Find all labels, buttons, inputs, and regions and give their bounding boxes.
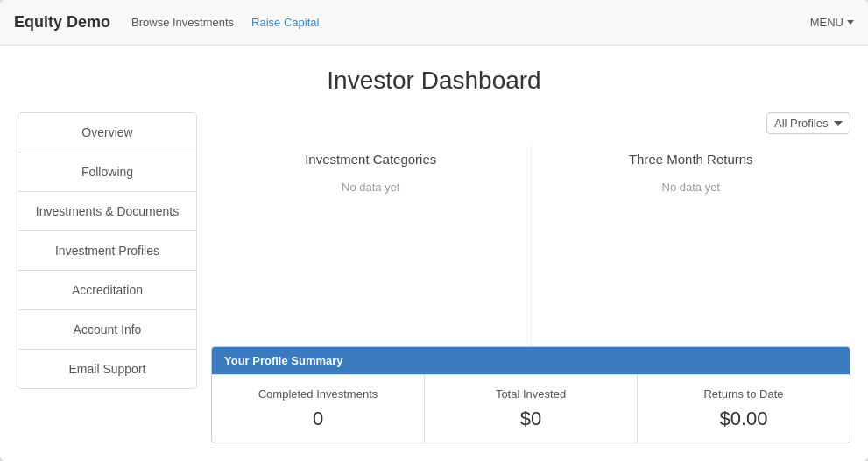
sidebar: Overview Following Investments & Documen… [18,112,197,389]
profile-summary-header: Your Profile Summary [212,347,850,374]
panel-top-bar: All Profiles [211,112,850,134]
menu-label: MENU [810,16,843,29]
sidebar-item-account-info[interactable]: Account Info [18,310,196,350]
three-month-returns-no-data: No data yet [662,181,721,194]
menu-caret-icon [847,20,854,25]
app-container: Equity Demo Browse Investments Raise Cap… [0,0,868,461]
summary-col-total-invested: Total Invested $0 [425,375,638,443]
browse-investments-link[interactable]: Browse Investments [131,16,234,29]
sidebar-item-investments-documents[interactable]: Investments & Documents [18,192,196,231]
profile-select[interactable]: All Profiles [766,112,850,134]
sidebar-item-accreditation[interactable]: Accreditation [18,271,196,310]
three-month-returns-section: Three Month Returns No data yet [531,143,851,346]
navbar: Equity Demo Browse Investments Raise Cap… [0,0,868,46]
dashboard-body: Overview Following Investments & Documen… [18,112,850,443]
completed-investments-label: Completed Investments [258,387,378,401]
returns-to-date-label: Returns to Date [703,387,783,401]
page-title: Investor Dashboard [18,46,850,112]
total-invested-value: $0 [520,408,541,430]
total-invested-label: Total Invested [496,387,566,401]
raise-capital-link[interactable]: Raise Capital [251,16,319,29]
returns-to-date-value: $0.00 [719,408,767,430]
investment-categories-section: Investment Categories No data yet [211,143,531,346]
sidebar-item-email-support[interactable]: Email Support [18,350,196,388]
sidebar-item-investment-profiles[interactable]: Investment Profiles [18,231,196,271]
profile-summary-cols: Completed Investments 0 Total Invested $… [212,374,850,443]
navbar-links: Browse Investments Raise Capital [131,16,810,29]
brand-logo: Equity Demo [14,13,110,32]
main-panel: All Profiles Investment Categories No da… [197,112,850,443]
summary-col-completed-investments: Completed Investments 0 [212,375,425,443]
investment-categories-title: Investment Categories [305,152,436,167]
summary-col-returns-to-date: Returns to Date $0.00 [638,375,850,443]
sidebar-item-overview[interactable]: Overview [18,113,196,152]
profile-summary: Your Profile Summary Completed Investmen… [211,346,850,443]
menu-button[interactable]: MENU [810,16,854,29]
charts-row: Investment Categories No data yet Three … [211,143,850,346]
sidebar-item-following[interactable]: Following [18,152,196,192]
completed-investments-value: 0 [313,408,323,430]
investment-categories-no-data: No data yet [342,181,400,194]
three-month-returns-title: Three Month Returns [629,152,753,167]
main-content: Investor Dashboard Overview Following In… [0,46,868,461]
